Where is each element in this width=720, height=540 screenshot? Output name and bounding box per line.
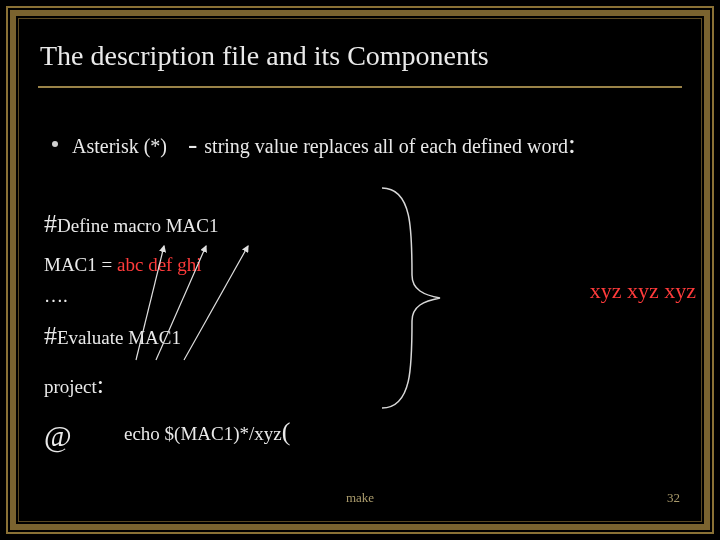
open-paren: ( xyxy=(282,417,291,446)
footer-title: make xyxy=(346,490,374,506)
slide-title: The description file and its Components xyxy=(40,40,690,72)
macro-value-b: def xyxy=(148,254,172,275)
hash-symbol: # xyxy=(44,321,57,350)
macro-value-c: ghi xyxy=(177,254,201,275)
echo-text: echo $(MAC1)*/xyz xyxy=(124,423,282,444)
bullet-lead-text: Asterisk (*) xyxy=(72,135,167,158)
bullet-dash: - xyxy=(167,128,204,160)
bullet-rest-text: string value replaces all of each define… xyxy=(204,135,568,158)
project-colon: : xyxy=(97,370,104,399)
macro-prefix: MAC1 = xyxy=(44,254,117,275)
content-area: The description file and its Components … xyxy=(30,30,690,510)
macro-value-a: abc xyxy=(117,254,143,275)
evaluate-text: Evaluate MAC1 xyxy=(57,327,181,348)
project-line: project: xyxy=(44,365,690,404)
echo-line: @echo $(MAC1)*/xyz( xyxy=(44,412,690,458)
define-text: Define macro MAC1 xyxy=(57,215,218,236)
hash-symbol: # xyxy=(44,209,57,238)
project-text: project xyxy=(44,376,97,397)
output-text: xyz xyz xyz xyxy=(590,278,696,304)
bullet-colon: : xyxy=(568,128,576,160)
bullet-dot-icon xyxy=(52,141,58,147)
define-line: #Define macro MAC1 xyxy=(44,204,690,243)
at-symbol: @ xyxy=(44,413,124,458)
page-number: 32 xyxy=(667,490,680,506)
code-block: #Define macro MAC1 MAC1 = abc def ghi ….… xyxy=(44,204,690,458)
macro-assign-line: MAC1 = abc def ghi xyxy=(44,251,690,280)
horizontal-rule xyxy=(38,86,682,88)
slide: The description file and its Components … xyxy=(0,0,720,540)
bullet-row: Asterisk (*) - string value replaces all… xyxy=(52,128,690,160)
evaluate-line: #Evaluate MAC1 xyxy=(44,316,690,355)
